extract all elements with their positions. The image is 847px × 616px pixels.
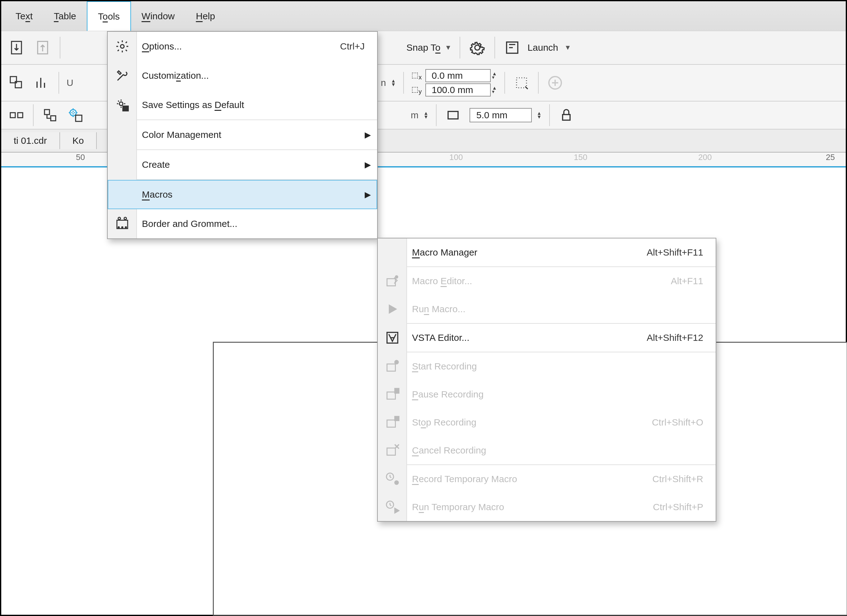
menu-item-macro-editor: Macro Editor... Alt+F11 <box>378 267 716 295</box>
spinner[interactable]: ▲▼ <box>537 111 542 119</box>
y-input[interactable]: 100.0 mm <box>425 83 491 96</box>
separator <box>60 37 60 59</box>
vsta-icon <box>384 329 401 347</box>
separator <box>436 104 437 126</box>
svg-point-36 <box>395 481 398 485</box>
separator <box>33 104 34 126</box>
separator <box>460 37 460 59</box>
menu-item-options[interactable]: Options... Ctrl+J <box>108 32 377 61</box>
options-gear-icon[interactable] <box>468 38 486 57</box>
menu-item-cancel-recording: Cancel Recording <box>378 436 716 464</box>
svg-rect-8 <box>18 113 23 118</box>
bounds-icon[interactable] <box>512 74 531 92</box>
chevron-down-icon: ▼ <box>564 44 571 52</box>
menu-item-macro-manager[interactable]: Macro Manager Alt+Shift+F11 <box>378 238 716 266</box>
target-icon[interactable] <box>66 106 85 124</box>
menu-item-create[interactable]: Create ▶ <box>108 150 377 179</box>
chevron-right-icon: ▶ <box>365 190 371 199</box>
gap-input[interactable]: 5.0 mm <box>469 108 532 122</box>
spinner[interactable]: ▲▾ <box>492 72 497 79</box>
run-temp-icon <box>384 498 401 516</box>
record-icon <box>384 357 401 375</box>
menu-window[interactable]: Window <box>131 1 186 31</box>
export-icon[interactable] <box>34 38 52 57</box>
menu-item-color-management[interactable]: Color Management ▶ <box>108 120 377 149</box>
ruler-tick: 150 <box>574 152 587 162</box>
svg-rect-14 <box>562 115 570 120</box>
svg-rect-29 <box>387 392 395 399</box>
stop-icon <box>384 414 401 431</box>
chart-icon[interactable] <box>33 74 51 92</box>
rect-icon[interactable] <box>444 106 462 124</box>
menu-bar: Text Table Tools Window Help <box>1 1 846 31</box>
svg-rect-34 <box>387 448 395 455</box>
separator <box>403 72 404 94</box>
menu-help[interactable]: Help <box>186 1 226 31</box>
svg-point-22 <box>122 227 123 228</box>
menu-item-customization[interactable]: Customization... <box>108 61 377 90</box>
svg-rect-7 <box>10 113 15 118</box>
separator <box>494 37 495 59</box>
menu-item-record-temp-macro: Record Temporary Macro Ctrl+Shift+R <box>378 465 716 493</box>
tools-icon <box>113 66 131 85</box>
svg-rect-17 <box>123 106 128 111</box>
menu-tools[interactable]: Tools <box>87 1 131 31</box>
spinner[interactable]: ▲▾ <box>492 86 497 94</box>
menu-text[interactable]: Text <box>5 1 43 31</box>
shapes-icon[interactable] <box>7 74 25 92</box>
svg-point-28 <box>395 360 398 364</box>
tab-file-2[interactable]: Ko <box>60 132 97 149</box>
app-window: Text Table Tools Window Help Snap To ▼ L… <box>0 0 847 616</box>
spinner[interactable]: ▲▼ <box>424 111 428 119</box>
lock-icon[interactable] <box>557 106 575 124</box>
menu-item-run-macro: Run Macro... <box>378 295 716 323</box>
ruler-tick: 50 <box>76 152 85 162</box>
chevron-down-icon: ▼ <box>445 44 452 52</box>
group-icon[interactable] <box>41 106 59 124</box>
units-label: U <box>66 77 74 88</box>
x-input[interactable]: 0.0 mm <box>425 69 491 82</box>
record-temp-icon <box>384 470 401 488</box>
import-icon[interactable] <box>7 38 25 57</box>
svg-point-19 <box>118 217 121 220</box>
svg-rect-5 <box>516 78 527 88</box>
svg-point-25 <box>395 276 398 278</box>
svg-rect-24 <box>387 279 395 286</box>
border-icon <box>113 215 131 233</box>
cancel-icon <box>384 442 401 459</box>
chevron-right-icon: ▶ <box>365 130 371 140</box>
svg-rect-33 <box>395 417 399 421</box>
y-icon: ⬚y <box>412 85 422 95</box>
svg-point-15 <box>120 44 124 48</box>
macros-submenu: Macro Manager Alt+Shift+F11 Macro Editor… <box>377 238 716 522</box>
add-icon[interactable] <box>546 74 564 92</box>
menu-item-vsta-editor[interactable]: VSTA Editor... Alt+Shift+F12 <box>378 324 716 352</box>
menu-item-border-grommet[interactable]: Border and Grommet... <box>108 209 377 238</box>
tools-menu: Options... Ctrl+J Customization... Save … <box>107 31 378 239</box>
spinner[interactable]: ▲▼ <box>391 79 396 87</box>
m-label: m <box>411 110 419 120</box>
ruler-tick: 200 <box>698 152 712 162</box>
launch-label[interactable]: Launch <box>527 42 558 53</box>
snap-to-dropdown[interactable]: Snap To ▼ <box>406 42 452 53</box>
separator <box>538 72 539 94</box>
separator <box>505 72 505 94</box>
separator <box>549 104 550 126</box>
pause-icon <box>384 386 401 403</box>
menu-table[interactable]: Table <box>43 1 87 31</box>
ruler-tick: 100 <box>449 152 463 162</box>
tab-file-1[interactable]: ti 01.cdr <box>1 132 60 149</box>
launch-icon[interactable] <box>503 38 521 57</box>
svg-rect-12 <box>75 115 82 121</box>
svg-point-16 <box>119 102 123 105</box>
menu-item-macros[interactable]: Macros ▶ <box>108 180 377 209</box>
menu-item-save-default[interactable]: Save Settings as Default <box>108 90 377 120</box>
separator <box>59 72 59 94</box>
svg-point-20 <box>124 217 127 220</box>
svg-rect-30 <box>395 389 397 393</box>
ruler-tick: 25 <box>826 152 835 162</box>
align-icon[interactable] <box>7 106 25 124</box>
svg-point-21 <box>118 227 120 228</box>
gear-icon <box>113 37 131 55</box>
svg-rect-9 <box>44 109 49 115</box>
